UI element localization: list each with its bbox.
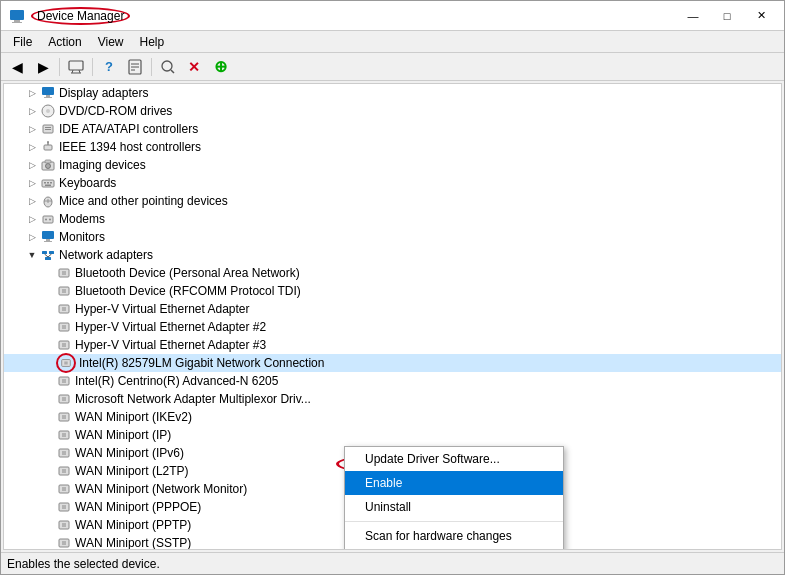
help-button[interactable]: ? <box>97 56 121 78</box>
toolbar-separator-1 <box>59 58 60 76</box>
forward-button[interactable]: ▶ <box>31 56 55 78</box>
label-wan-pppoe: WAN Miniport (PPPOE) <box>75 500 201 514</box>
tree-item-wan-ip[interactable]: WAN Miniport (IP) <box>4 426 781 444</box>
label-bt-rfcomm: Bluetooth Device (RFCOMM Protocol TDI) <box>75 284 301 298</box>
svg-point-25 <box>46 164 51 169</box>
tree-item-bluetooth-rfcomm[interactable]: Bluetooth Device (RFCOMM Protocol TDI) <box>4 282 781 300</box>
keyboard-icon <box>40 175 56 191</box>
app-icon <box>9 8 25 24</box>
menu-help[interactable]: Help <box>132 33 173 51</box>
usb-icon <box>40 139 56 155</box>
tree-item-ide[interactable]: ▷ IDE ATA/ATAPI controllers <box>4 120 781 138</box>
intel82579-icon <box>56 353 76 373</box>
svg-rect-67 <box>59 395 69 403</box>
tree-item-network-adapters[interactable]: ▼ Network adapters <box>4 246 781 264</box>
label-monitors: Monitors <box>59 230 105 244</box>
tree-item-hyperv2[interactable]: Hyper-V Virtual Ethernet Adapter #2 <box>4 318 781 336</box>
svg-rect-31 <box>45 185 51 187</box>
menu-action[interactable]: Action <box>40 33 89 51</box>
tree-item-wan-ikev2[interactable]: WAN Miniport (IKEv2) <box>4 408 781 426</box>
label-wan-l2tp: WAN Miniport (L2TP) <box>75 464 189 478</box>
tree-item-keyboards[interactable]: ▷ Keyboards <box>4 174 781 192</box>
svg-rect-55 <box>59 323 69 331</box>
svg-rect-70 <box>59 413 69 421</box>
maximize-button[interactable]: □ <box>712 6 742 26</box>
tree-item-dvd[interactable]: ▷ DVD/CD-ROM drives <box>4 102 781 120</box>
label-mice: Mice and other pointing devices <box>59 194 228 208</box>
device-tree[interactable]: ▷ Display adapters ▷ DVD/CD-ROM drives ▷ <box>3 83 782 550</box>
svg-rect-85 <box>59 503 69 511</box>
remove-button[interactable]: ✕ <box>182 56 206 78</box>
menu-file[interactable]: File <box>5 33 40 51</box>
expand-icon <box>40 535 56 550</box>
expand-icon <box>40 301 56 317</box>
svg-rect-14 <box>46 95 50 97</box>
tree-item-bluetooth-pan[interactable]: Bluetooth Device (Personal Area Network) <box>4 264 781 282</box>
wan-ip-icon <box>56 427 72 443</box>
monitor2-icon <box>40 229 56 245</box>
svg-rect-73 <box>59 431 69 439</box>
svg-rect-35 <box>43 216 53 223</box>
properties-button[interactable] <box>123 56 147 78</box>
tree-item-mice[interactable]: ▷ Mice and other pointing devices <box>4 192 781 210</box>
svg-rect-19 <box>45 127 51 128</box>
svg-rect-64 <box>59 377 69 385</box>
minimize-button[interactable]: — <box>678 6 708 26</box>
label-ide: IDE ATA/ATAPI controllers <box>59 122 198 136</box>
label-ms-multiplexor: Microsoft Network Adapter Multiplexor Dr… <box>75 392 311 406</box>
ide-icon <box>40 121 56 137</box>
wan-l2tp-icon <box>56 463 72 479</box>
svg-rect-30 <box>50 182 52 184</box>
label-centrino: Intel(R) Centrino(R) Advanced-N 6205 <box>75 374 278 388</box>
expand-icon <box>40 391 56 407</box>
ctx-uninstall[interactable]: Uninstall <box>345 495 563 519</box>
scan-button[interactable] <box>156 56 180 78</box>
label-imaging: Imaging devices <box>59 158 146 172</box>
svg-rect-79 <box>59 467 69 475</box>
wan-ipv6-icon <box>56 445 72 461</box>
tree-item-display-adapters[interactable]: ▷ Display adapters <box>4 84 781 102</box>
expand-icon <box>40 265 56 281</box>
label-wan-ip: WAN Miniport (IP) <box>75 428 171 442</box>
expand-icon: ▷ <box>24 229 40 245</box>
svg-rect-39 <box>46 239 50 241</box>
tree-item-ieee[interactable]: ▷ IEEE 1394 host controllers <box>4 138 781 156</box>
back-button[interactable]: ◀ <box>5 56 29 78</box>
tree-item-intel-centrino[interactable]: Intel(R) Centrino(R) Advanced-N 6205 <box>4 372 781 390</box>
expand-icon: ▷ <box>24 193 40 209</box>
ctx-update-driver[interactable]: Update Driver Software... <box>345 447 563 471</box>
multiplexor-icon <box>56 391 72 407</box>
menu-view[interactable]: View <box>90 33 132 51</box>
adapter-icon <box>56 265 72 281</box>
svg-line-45 <box>48 254 52 257</box>
ctx-enable[interactable]: Enable <box>345 471 563 495</box>
svg-rect-3 <box>69 61 83 70</box>
title-text: Device Manager <box>31 7 130 25</box>
adapter2-icon <box>56 283 72 299</box>
label-wan-sstp: WAN Miniport (SSTP) <box>75 536 191 550</box>
network-icon <box>40 247 56 263</box>
tree-item-modems[interactable]: ▷ Modems <box>4 210 781 228</box>
svg-rect-42 <box>49 251 54 254</box>
computer-button[interactable] <box>64 56 88 78</box>
close-button[interactable]: ✕ <box>746 6 776 26</box>
modem-icon <box>40 211 56 227</box>
tree-item-ms-multiplexor[interactable]: Microsoft Network Adapter Multiplexor Dr… <box>4 390 781 408</box>
tree-item-monitors[interactable]: ▷ Monitors <box>4 228 781 246</box>
toolbar-separator-3 <box>151 58 152 76</box>
tree-item-intel-82579lm[interactable]: Intel(R) 82579LM Gigabit Network Connect… <box>4 354 781 372</box>
expand-icon <box>40 283 56 299</box>
tree-item-imaging[interactable]: ▷ Imaging devices <box>4 156 781 174</box>
ctx-separator-1 <box>345 521 563 522</box>
tree-item-hyperv1[interactable]: Hyper-V Virtual Ethernet Adapter <box>4 300 781 318</box>
ctx-scan[interactable]: Scan for hardware changes <box>345 524 563 548</box>
title-bar: Device Manager — □ ✕ <box>1 1 784 31</box>
add-button[interactable]: ⊕ <box>208 56 232 78</box>
expand-icon <box>40 517 56 533</box>
svg-rect-28 <box>44 182 46 184</box>
window-controls: — □ ✕ <box>678 6 776 26</box>
svg-rect-26 <box>45 160 51 163</box>
label-bt-pan: Bluetooth Device (Personal Area Network) <box>75 266 300 280</box>
device-manager-window: Device Manager — □ ✕ File Action View He… <box>0 0 785 575</box>
tree-item-hyperv3[interactable]: Hyper-V Virtual Ethernet Adapter #3 <box>4 336 781 354</box>
